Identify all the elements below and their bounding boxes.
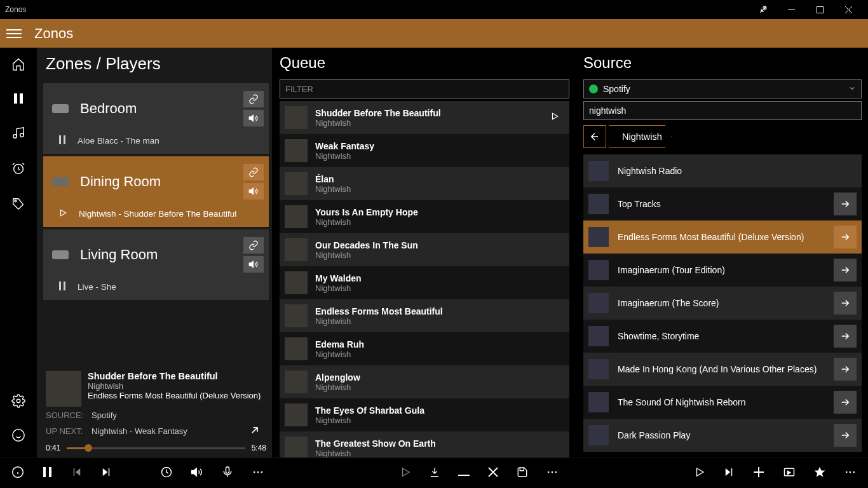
alarm-icon[interactable] <box>11 161 25 178</box>
save-icon[interactable] <box>517 466 528 480</box>
next-track-button[interactable] <box>100 466 112 480</box>
volume-icon[interactable] <box>191 466 203 481</box>
source-provider-select[interactable]: Spotify <box>583 79 862 98</box>
favorite-icon[interactable] <box>813 466 826 481</box>
zone-name: Living Room <box>80 247 158 263</box>
queue-track[interactable]: Edema RuhNightwish <box>280 332 569 365</box>
settings-icon[interactable] <box>11 394 25 410</box>
source-item[interactable]: The Sound Of Nightwish Reborn <box>583 386 862 419</box>
source-item[interactable]: Nightwish Radio <box>583 154 862 187</box>
queue-track[interactable]: Our Decades In The SunNightwish <box>280 233 569 266</box>
queue-more-icon[interactable] <box>546 466 559 481</box>
source-item-name: The Sound Of Nightwish Reborn <box>618 397 746 407</box>
track-artist: Nightwish <box>315 316 443 326</box>
source-play-button[interactable] <box>694 466 705 480</box>
replace-queue-icon[interactable] <box>783 466 796 481</box>
music-icon[interactable] <box>11 126 25 142</box>
upnext-value: Nightwish - Weak Fantasy <box>92 426 187 436</box>
zone-item[interactable]: Bedroom Aloe Blacc - The man <box>43 83 269 154</box>
queue-track[interactable]: Weak FantasyNightwish <box>280 134 569 167</box>
link-zone-button[interactable] <box>243 237 264 254</box>
menu-button[interactable] <box>6 29 22 38</box>
svg-rect-27 <box>74 468 75 476</box>
source-item[interactable]: Top Tracks <box>583 187 862 220</box>
source-search-input[interactable]: nightwish <box>583 101 862 120</box>
navigate-button[interactable] <box>834 292 857 315</box>
source-item[interactable]: Dark Passion Play <box>583 419 862 452</box>
svg-point-35 <box>261 471 263 473</box>
navigate-button[interactable] <box>834 391 857 414</box>
more-icon[interactable] <box>252 466 264 481</box>
progress-bar[interactable]: 0:41 5:48 <box>46 444 266 452</box>
mic-icon[interactable] <box>221 466 234 481</box>
pause-icon[interactable] <box>13 93 24 107</box>
navigate-button[interactable] <box>834 226 857 248</box>
queue-track[interactable]: ÉlanNightwish <box>280 167 569 200</box>
svg-marker-12 <box>249 115 253 121</box>
zones-panel: Zones / Players Bedroom Aloe Blacc - The… <box>37 48 272 458</box>
link-zone-button[interactable] <box>243 164 264 180</box>
track-title: Shudder Before The Beautiful <box>315 108 441 118</box>
zones-heading: Zones / Players <box>43 54 269 74</box>
smile-icon[interactable] <box>11 428 25 445</box>
queue-track[interactable]: The Eyes Of Sharbat GulaNightwish <box>280 398 569 431</box>
source-item[interactable]: Imaginaerum (The Score) <box>583 287 862 320</box>
zone-item[interactable]: Dining Room Nightwish - Shudder Before T… <box>43 156 269 227</box>
queue-track[interactable]: Yours Is An Empty HopeNightwish <box>280 200 569 233</box>
clear-icon[interactable] <box>487 466 499 480</box>
track-art <box>285 172 308 195</box>
link-zone-button[interactable] <box>243 91 264 107</box>
queue-track[interactable]: Endless Forms Most BeautifulNightwish <box>280 299 569 332</box>
source-item-art <box>588 227 609 247</box>
expand-icon[interactable] <box>749 0 777 19</box>
queue-play-button[interactable] <box>400 466 411 480</box>
history-icon[interactable] <box>160 466 173 481</box>
queue-heading: Queue <box>280 54 569 72</box>
remove-icon[interactable] <box>458 468 470 479</box>
navigate-button[interactable] <box>834 193 857 215</box>
breadcrumb-item[interactable]: Nightwish <box>609 125 672 148</box>
queue-track[interactable]: My WaldenNightwish <box>280 266 569 299</box>
navigate-button[interactable] <box>834 325 857 348</box>
queue-track[interactable]: AlpenglowNightwish <box>280 365 569 398</box>
zone-volume-button[interactable] <box>243 110 264 126</box>
provider-name: Spotify <box>603 84 630 94</box>
track-artist: Nightwish <box>315 449 436 458</box>
source-item[interactable]: Imaginaerum (Tour Edition) <box>583 254 862 287</box>
close-button[interactable] <box>834 0 863 19</box>
queue-track[interactable]: Shudder Before The BeautifulNightwish <box>280 101 569 134</box>
back-button[interactable] <box>583 125 606 148</box>
svg-point-41 <box>548 471 550 473</box>
tag-icon[interactable] <box>11 197 25 214</box>
queue-filter-input[interactable]: FILTER <box>280 79 569 98</box>
home-icon[interactable] <box>11 57 25 74</box>
prev-track-button[interactable] <box>71 466 83 480</box>
svg-rect-5 <box>20 93 23 104</box>
svg-rect-37 <box>458 475 470 476</box>
queue-track[interactable]: The Greatest Show On EarthNightwish <box>280 431 569 458</box>
track-artist: Nightwish <box>315 250 418 260</box>
info-icon[interactable] <box>11 466 24 481</box>
zone-volume-button[interactable] <box>243 256 264 273</box>
source-next-button[interactable] <box>723 466 735 480</box>
minimize-button[interactable] <box>777 0 806 19</box>
add-icon[interactable] <box>752 466 765 481</box>
navigate-button[interactable] <box>834 259 857 281</box>
maximize-button[interactable] <box>806 0 834 19</box>
source-label: SOURCE: <box>46 410 85 420</box>
pause-button[interactable] <box>42 466 53 480</box>
track-art <box>285 238 308 261</box>
svg-point-34 <box>257 471 259 473</box>
zone-volume-button[interactable] <box>243 183 264 200</box>
source-item[interactable]: Showtime, Storytime <box>583 320 862 353</box>
expand-arrow-icon[interactable] <box>248 424 261 438</box>
zone-item[interactable]: Living Room Live - She <box>43 229 269 300</box>
source-value: Spotify <box>92 410 117 420</box>
source-more-icon[interactable] <box>844 466 857 481</box>
navigate-button[interactable] <box>834 358 857 381</box>
source-item[interactable]: Endless Forms Most Beautiful (Deluxe Ver… <box>583 220 862 254</box>
track-art <box>285 205 308 228</box>
navigate-button[interactable] <box>834 424 857 447</box>
source-item[interactable]: Made In Hong Kong (And In Various Other … <box>583 353 862 386</box>
download-icon[interactable] <box>429 466 440 480</box>
